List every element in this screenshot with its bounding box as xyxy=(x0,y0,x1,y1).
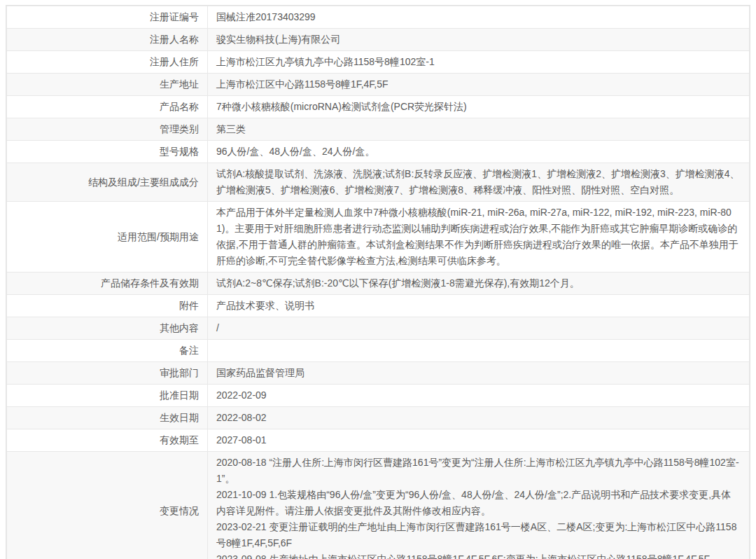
row-value: 上海市松江区中心路1158号8幢1F,4F,5F xyxy=(208,74,750,96)
row-value: 骏实生物科技(上海)有限公司 xyxy=(208,29,750,51)
row-value: 2022-08-02 xyxy=(208,407,750,429)
table-row: 注册人住所上海市松江区九亭镇九亭中心路1158号8幢102室-1 xyxy=(7,51,750,74)
table-row: 审批部门国家药品监督管理局 xyxy=(7,362,750,385)
table-row: 注册证编号国械注准20173403299 xyxy=(7,6,750,29)
registration-table-body: 注册证编号国械注准20173403299注册人名称骏实生物科技(上海)有限公司注… xyxy=(7,6,750,559)
table-row: 产品储存条件及有效期试剂A:2~8℃保存;试剂B:-20℃以下保存(扩增检测液1… xyxy=(7,272,750,295)
table-row: 有效期至2027-08-01 xyxy=(7,429,750,452)
row-label: 审批部门 xyxy=(7,362,208,385)
row-label: 有效期至 xyxy=(7,429,208,452)
row-label: 注册人名称 xyxy=(7,29,208,51)
change-record-line: 2023-09-08 生产地址由上海市松江区中心路1158号8幢1F,4F,5F… xyxy=(216,551,741,559)
row-label: 适用范围/预期用途 xyxy=(7,202,208,272)
row-label: 附件 xyxy=(7,295,208,317)
table-row: 结构及组成/主要组成成分试剂A:核酸提取试剂、洗涤液、洗脱液;试剂B:反转录反应… xyxy=(7,163,750,202)
table-row: 注册人名称骏实生物科技(上海)有限公司 xyxy=(7,29,750,51)
table-row: 适用范围/预期用途本产品用于体外半定量检测人血浆中7种微小核糖核酸(miR-21… xyxy=(7,202,750,272)
table-row: 备注 xyxy=(7,340,750,362)
row-label: 注册证编号 xyxy=(7,6,208,29)
row-value: 试剂A:核酸提取试剂、洗涤液、洗脱液;试剂B:反转录反应液、扩增检测液1、扩增检… xyxy=(208,163,750,202)
table-row: 生效日期2022-08-02 xyxy=(7,407,750,429)
row-label: 备注 xyxy=(7,340,208,362)
row-label: 生产地址 xyxy=(7,74,208,96)
row-value: 7种微小核糖核酸(microRNA)检测试剂盒(PCR荧光探针法) xyxy=(208,96,750,118)
row-label: 型号规格 xyxy=(7,141,208,163)
table-row: 产品名称7种微小核糖核酸(microRNA)检测试剂盒(PCR荧光探针法) xyxy=(7,96,750,118)
row-label: 注册人住所 xyxy=(7,51,208,74)
row-label: 结构及组成/主要组成成分 xyxy=(7,163,208,202)
row-value: 国家药品监督管理局 xyxy=(208,362,750,385)
row-label: 生效日期 xyxy=(7,407,208,429)
table-row: 型号规格96人份/盒、48人份/盒、24人份/盒。 xyxy=(7,141,750,163)
row-value: 2022-02-09 xyxy=(208,385,750,407)
table-row: 批准日期2022-02-09 xyxy=(7,385,750,407)
registration-card: 注册证编号国械注准20173403299注册人名称骏实生物科技(上海)有限公司注… xyxy=(6,5,750,559)
registration-table: 注册证编号国械注准20173403299注册人名称骏实生物科技(上海)有限公司注… xyxy=(6,6,750,559)
row-value: 2027-08-01 xyxy=(208,429,750,452)
row-label: 变更情况 xyxy=(7,452,208,559)
change-record-line: 2023-02-21 变更注册证载明的生产地址由上海市闵行区曹建路161号一楼A… xyxy=(216,519,741,551)
change-record-line: 2020-08-18 “注册人住所:上海市闵行区曹建路161号”变更为“注册人住… xyxy=(216,455,741,487)
table-row: 管理类别第三类 xyxy=(7,118,750,141)
row-value: 96人份/盒、48人份/盒、24人份/盒。 xyxy=(208,141,750,163)
row-value: 试剂A:2~8℃保存;试剂B:-20℃以下保存(扩增检测液1-8需避光保存),有… xyxy=(208,272,750,295)
row-label: 管理类别 xyxy=(7,118,208,141)
row-value: / xyxy=(208,317,750,340)
row-value: 上海市松江区九亭镇九亭中心路1158号8幢102室-1 xyxy=(208,51,750,74)
row-value: 产品技术要求、说明书 xyxy=(208,295,750,317)
table-row: 其他内容/ xyxy=(7,317,750,340)
row-value: 2020-08-18 “注册人住所:上海市闵行区曹建路161号”变更为“注册人住… xyxy=(208,452,750,559)
row-label: 其他内容 xyxy=(7,317,208,340)
table-row: 生产地址上海市松江区中心路1158号8幢1F,4F,5F xyxy=(7,74,750,96)
row-value xyxy=(208,340,750,362)
row-label: 批准日期 xyxy=(7,385,208,407)
row-label: 产品名称 xyxy=(7,96,208,118)
row-value: 第三类 xyxy=(208,118,750,141)
change-record-line: 2021-10-09 1.包装规格由“96人份/盒”变更为“96人份/盒、48人… xyxy=(216,487,741,519)
table-row: 变更情况2020-08-18 “注册人住所:上海市闵行区曹建路161号”变更为“… xyxy=(7,452,750,559)
table-row: 附件产品技术要求、说明书 xyxy=(7,295,750,317)
row-value: 本产品用于体外半定量检测人血浆中7种微小核糖核酸(miR-21, miR-26a… xyxy=(208,202,750,272)
registration-detail-page: 注册证编号国械注准20173403299注册人名称骏实生物科技(上海)有限公司注… xyxy=(6,5,750,559)
row-label: 产品储存条件及有效期 xyxy=(7,272,208,295)
row-value: 国械注准20173403299 xyxy=(208,6,750,29)
